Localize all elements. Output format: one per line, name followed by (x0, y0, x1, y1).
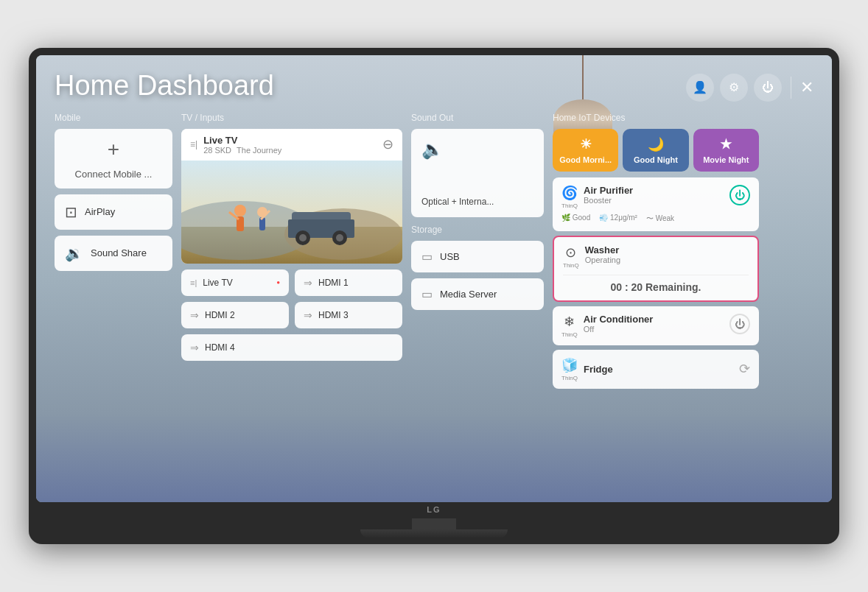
hdmi3-button[interactable]: ⇒ HDMI 3 (295, 302, 402, 328)
washer-text: Washer Operating (585, 244, 620, 264)
stand-neck (412, 518, 456, 529)
hdmi3-label: HDMI 3 (318, 310, 349, 320)
fridge-left: 🧊 ThinQ Fridge (561, 357, 613, 381)
storage-label: Storage (411, 225, 544, 235)
svg-point-9 (336, 234, 343, 242)
hdmi1-button[interactable]: ⇒ HDMI 1 (295, 269, 402, 296)
usb-card[interactable]: ▭ USB (411, 241, 544, 272)
mood-buttons: ☀ Good Morni... 🌙 Good Night ★ Movie Nig… (553, 129, 759, 172)
hdmi1-icon: ⇒ (304, 277, 312, 289)
dashboard: Home Dashboard 👤 ⚙ ⏻ ✕ (36, 55, 832, 503)
hdmi3-icon: ⇒ (304, 309, 312, 321)
sound-out-card[interactable]: 🔈 Optical + Interna... (411, 129, 544, 217)
sound-share-icon: 🔉 (65, 244, 83, 262)
page-title: Home Dashboard (55, 70, 274, 102)
fridge-icon-wrap: 🧊 ThinQ (561, 357, 578, 381)
hdmi4-label: HDMI 4 (205, 342, 235, 353)
connect-mobile-label: Connect Mobile ... (75, 169, 153, 180)
channel-buttons: ≡| Live TV ⇒ HDMI 1 ⇒ HDMI 2 ⇒ (181, 269, 402, 361)
tv-section: TV / Inputs ≡| Live TV 28 SKD The Journe… (181, 113, 402, 472)
hdmi2-icon: ⇒ (190, 309, 199, 321)
air-purifier-icon: 🌀 (561, 185, 578, 201)
tv-inputs-label: TV / Inputs (181, 113, 402, 123)
air-purifier-name: Air Purifier (584, 185, 633, 196)
washer-status: Operating (585, 256, 620, 264)
thinq-badge-ac: ThinQ (561, 331, 578, 338)
washer-name: Washer (585, 244, 620, 256)
connect-mobile-card[interactable]: + Connect Mobile ... (55, 129, 172, 188)
usb-label: USB (440, 251, 460, 262)
pm-stat: 💨 12μg/m² (599, 214, 637, 224)
antenna-icon: ≡| (190, 139, 197, 149)
air-purifier-stats: 🌿 Good 💨 12μg/m² 〜 Weak (561, 214, 750, 224)
power-icon: ⏻ (762, 81, 774, 94)
header-controls: 👤 ⚙ ⏻ ✕ (686, 74, 813, 102)
airplay-icon: ⊡ (65, 203, 77, 221)
air-purifier-power-button[interactable]: ⏻ (729, 185, 750, 205)
hdmi1-label: HDMI 1 (318, 278, 349, 288)
sound-share-label: Sound Share (91, 247, 147, 258)
tv-channel-info: Live TV 28 SKD The Journey (203, 135, 281, 155)
close-button[interactable]: ✕ (800, 78, 813, 97)
fridge-expand-icon: ⟳ (739, 361, 750, 377)
fridge-icon: 🧊 (561, 357, 578, 373)
settings-button[interactable]: ⚙ (720, 74, 748, 102)
svg-point-10 (234, 205, 246, 216)
air-conditioner-info: ❄ ThinQ Air Conditioner Off (561, 314, 653, 338)
tv-screen: Home Dashboard 👤 ⚙ ⏻ ✕ (36, 55, 832, 503)
morning-label: Good Morni... (559, 155, 612, 164)
movie-night-button[interactable]: ★ Movie Night (693, 129, 759, 172)
sound-share-card[interactable]: 🔉 Sound Share (55, 236, 172, 271)
good-night-button[interactable]: 🌙 Good Night (623, 129, 688, 172)
channel-number: 28 SKD (203, 146, 231, 155)
gear-icon: ⚙ (729, 80, 739, 94)
wind-stat: 〜 Weak (646, 214, 674, 224)
hdmi2-button[interactable]: ⇒ HDMI 2 (181, 302, 289, 328)
moon-icon: 🌙 (648, 136, 664, 152)
live-tv-button[interactable]: ≡| Live TV (181, 269, 289, 296)
power-button[interactable]: ⏻ (754, 74, 782, 102)
fridge-name: Fridge (584, 364, 613, 375)
movie-label: Movie Night (703, 155, 749, 164)
washer-info: ⊙ ThinQ Washer Operating (563, 244, 620, 269)
lg-logo: LG (427, 502, 441, 518)
tv-preview-svg (181, 161, 402, 264)
air-conditioner-top: ❄ ThinQ Air Conditioner Off ⏻ (561, 314, 750, 338)
thinq-badge-purifier: ThinQ (561, 202, 578, 209)
hdmi4-icon: ⇒ (190, 342, 199, 353)
air-conditioner-icon-wrap: ❄ ThinQ (561, 314, 578, 338)
sound-out-section: Sound Out 🔈 Optical + Interna... Storage… (411, 113, 544, 472)
air-purifier-text: Air Purifier Booster (584, 185, 633, 205)
media-server-card[interactable]: ▭ Media Server (411, 278, 544, 310)
header-divider (791, 77, 791, 99)
air-purifier-top: 🌀 ThinQ Air Purifier Booster ⏻ (561, 185, 750, 209)
washer-card[interactable]: ⊙ ThinQ Washer Operating 00 : 20 Remaini… (553, 236, 759, 302)
thinq-badge-washer: ThinQ (563, 262, 579, 269)
sound-out-label: Sound Out (411, 113, 544, 123)
air-purifier-info: 🌀 ThinQ Air Purifier Booster (561, 185, 633, 209)
washer-icon: ⊙ (565, 244, 576, 261)
ac-power-button[interactable]: ⏻ (729, 314, 750, 334)
usb-icon: ▭ (421, 250, 433, 264)
live-tv-card[interactable]: ≡| Live TV 28 SKD The Journey ⊖ (181, 129, 402, 264)
star-icon: ★ (720, 136, 732, 152)
good-morning-button[interactable]: ☀ Good Morni... (553, 129, 618, 172)
air-purifier-card[interactable]: 🌀 ThinQ Air Purifier Booster ⏻ (553, 177, 759, 231)
close-icon: ✕ (800, 78, 813, 96)
thinq-badge-fridge: ThinQ (561, 375, 578, 381)
live-tv-icon: ≡| (190, 278, 197, 287)
mobile-label: Mobile (55, 113, 172, 123)
remove-button[interactable]: ⊖ (382, 136, 393, 152)
channel-name: Live TV (203, 135, 281, 146)
tv-preview (181, 161, 402, 264)
hdmi4-button[interactable]: ⇒ HDMI 4 (181, 334, 402, 361)
air-conditioner-card[interactable]: ❄ ThinQ Air Conditioner Off ⏻ (553, 306, 759, 345)
fridge-card[interactable]: 🧊 ThinQ Fridge ⟳ (553, 350, 759, 389)
ac-status: Off (584, 325, 654, 334)
night-label: Good Night (634, 155, 678, 164)
mobile-cards: + Connect Mobile ... ⊡ AirPlay 🔉 Sound S… (55, 129, 172, 271)
profile-button[interactable]: 👤 (686, 74, 714, 102)
airplay-card[interactable]: ⊡ AirPlay (55, 194, 172, 230)
air-quality-stat: 🌿 Good (561, 214, 590, 224)
hdmi2-label: HDMI 2 (205, 310, 235, 320)
